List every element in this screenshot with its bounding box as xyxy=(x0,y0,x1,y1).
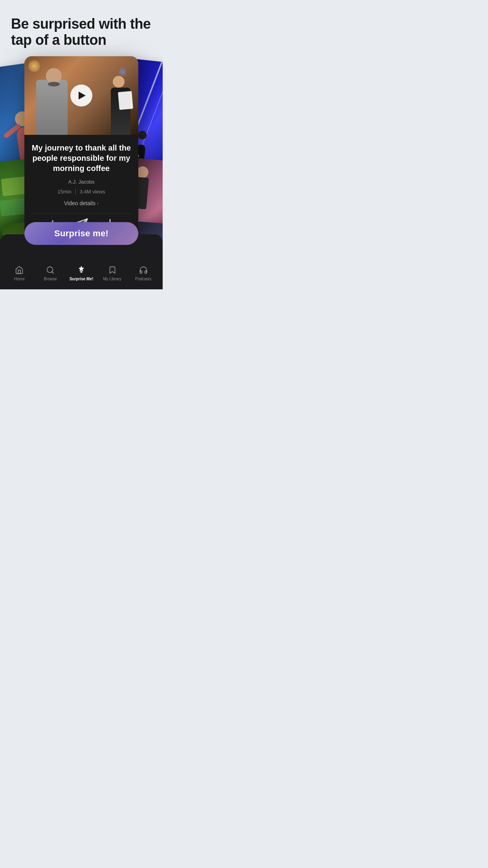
nav-item-home[interactable]: Home xyxy=(4,265,35,281)
nav-item-library[interactable]: My Library xyxy=(97,265,128,281)
nav-label-library: My Library xyxy=(103,277,121,281)
surprise-button-wrapper: Surprise me! xyxy=(24,222,138,245)
nav-item-podcasts[interactable]: Podcasts xyxy=(128,265,159,281)
nav-label-browse: Browse xyxy=(44,277,57,281)
play-triangle-icon xyxy=(79,92,86,99)
video-details-link[interactable]: Video details › xyxy=(31,200,132,206)
main-card-duration: 15min xyxy=(57,189,71,195)
surprise-nav-icon xyxy=(76,265,86,275)
library-icon xyxy=(107,265,117,275)
page-title: Be surprised with the tap of a button xyxy=(11,16,152,48)
header-section: Be surprised with the tap of a button xyxy=(0,0,163,56)
play-button[interactable] xyxy=(70,85,92,107)
nav-item-surprise[interactable]: Surprise Me! xyxy=(66,265,97,281)
nav-item-browse[interactable]: Browse xyxy=(35,265,66,281)
podcasts-icon xyxy=(138,265,149,275)
main-card: My journey to thank all the people respo… xyxy=(24,56,138,243)
video-details-label: Video details xyxy=(64,200,95,206)
bottom-navigation: Home Browse Surprise Me! xyxy=(0,260,163,289)
main-card-views: 3.4M views xyxy=(80,189,105,195)
surprise-me-button[interactable]: Surprise me! xyxy=(24,222,138,245)
main-card-author: A.J. Jacobs xyxy=(31,179,132,185)
meta-divider xyxy=(75,189,76,194)
nav-label-surprise: Surprise Me! xyxy=(70,277,94,281)
main-card-meta: 15min 3.4M views xyxy=(31,189,132,195)
nav-label-podcasts: Podcasts xyxy=(135,277,151,281)
main-card-video-thumbnail[interactable] xyxy=(24,56,138,135)
home-icon xyxy=(14,265,24,275)
browse-icon xyxy=(45,265,55,275)
page-wrapper: Be surprised with the tap of a button er… xyxy=(0,0,163,289)
svg-line-6 xyxy=(52,272,53,273)
nav-label-home: Home xyxy=(14,277,25,281)
chevron-right-icon: › xyxy=(97,200,99,206)
cards-area: er classical dance on re xyxy=(0,56,163,276)
main-card-title: My journey to thank all the people respo… xyxy=(31,143,132,173)
